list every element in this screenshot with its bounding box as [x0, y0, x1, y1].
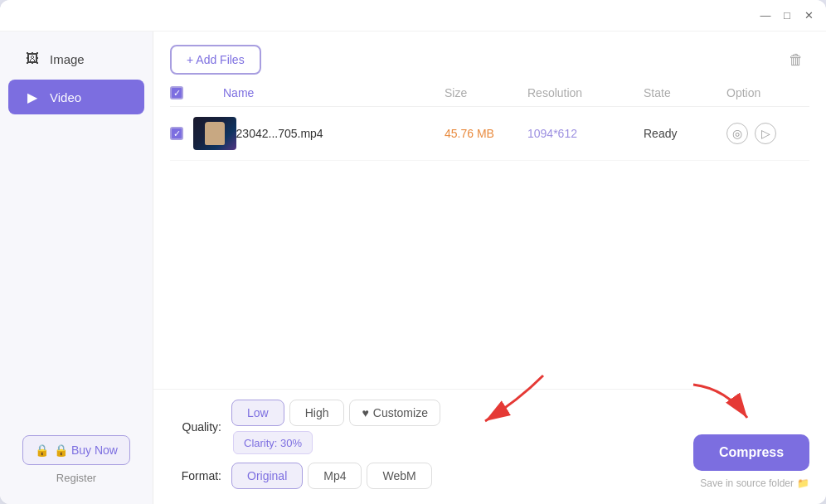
- add-files-button[interactable]: + Add Files: [170, 45, 261, 75]
- sidebar-bottom: 🔒 🔒 Buy Now Register: [0, 427, 153, 496]
- save-folder-label: Save in source folder: [700, 477, 794, 489]
- thumb-face: [205, 122, 225, 145]
- folder-icon: 📁: [797, 477, 809, 489]
- sidebar-item-video-label: Video: [50, 90, 81, 104]
- image-icon: 🖼: [23, 50, 41, 68]
- file-table: ✓ Name Size Resolution State Option ✓: [153, 83, 826, 382]
- header-size: Size: [445, 86, 527, 99]
- main-content: + Add Files 🗑 ✓ Name Size Resolution: [153, 32, 826, 504]
- file-state: Ready: [644, 127, 726, 140]
- quality-high-button[interactable]: High: [289, 400, 345, 426]
- circle-dot-icon: ◎: [732, 127, 742, 140]
- save-folder-text: Save in source folder 📁: [700, 477, 809, 489]
- quality-customize-button[interactable]: ♥ Customize: [349, 400, 440, 426]
- heart-icon: ♥: [362, 406, 368, 419]
- compress-section: Compress Save in source folder 📁: [693, 426, 826, 504]
- table-header: ✓ Name Size Resolution State Option: [170, 83, 809, 107]
- settings-option-button[interactable]: ◎: [726, 123, 748, 144]
- format-row: Format: Original Mp4 WebM: [170, 463, 677, 489]
- sidebar: 🖼 Image ▶ Video 🔒 🔒 Buy Now Register: [0, 32, 153, 504]
- customize-label: Customize: [373, 406, 428, 419]
- quality-row: Quality: Low High ♥ Customize: [170, 400, 677, 454]
- play-option-button[interactable]: ▷: [755, 123, 776, 144]
- sidebar-item-video[interactable]: ▶ Video: [8, 80, 144, 114]
- header-checkbox-col: ✓: [170, 86, 193, 99]
- format-label: Format:: [170, 469, 221, 482]
- app-body: 🖼 Image ▶ Video 🔒 🔒 Buy Now Register + A…: [0, 32, 826, 504]
- buy-now-label: 🔒 Buy Now: [54, 443, 118, 457]
- minimize-button[interactable]: —: [758, 8, 773, 23]
- header-resolution: Resolution: [527, 86, 644, 99]
- thumb-inner: [193, 117, 236, 150]
- file-name: 2023042...705.mp4: [223, 127, 445, 140]
- header-name: Name: [223, 86, 445, 99]
- trash-icon: 🗑: [789, 51, 804, 69]
- file-thumbnail: [193, 117, 236, 150]
- header-option: Option: [726, 86, 809, 99]
- clarity-tag: Clarity: 30%: [233, 431, 313, 454]
- sidebar-item-image[interactable]: 🖼 Image: [8, 41, 144, 76]
- toolbar: + Add Files 🗑: [153, 32, 826, 83]
- format-webm-button[interactable]: WebM: [367, 463, 431, 489]
- header-checkbox[interactable]: ✓: [170, 86, 183, 99]
- header-state: State: [644, 86, 726, 99]
- close-button[interactable]: ✕: [801, 8, 816, 23]
- maximize-button[interactable]: □: [780, 8, 794, 23]
- quality-buttons: Low High ♥ Customize: [231, 400, 440, 426]
- buy-now-button[interactable]: 🔒 🔒 Buy Now: [22, 435, 130, 465]
- file-size: 45.76 MB: [445, 127, 527, 140]
- bottom-panel: Quality: Low High ♥ Customize: [153, 389, 693, 504]
- table-row: ✓ 2023042...705.mp4 45.76 MB 1094*612 Re…: [170, 107, 809, 161]
- format-original-button[interactable]: Original: [231, 463, 303, 489]
- sidebar-item-image-label: Image: [50, 52, 85, 66]
- compress-button[interactable]: Compress: [693, 434, 809, 471]
- quality-label: Quality:: [170, 420, 221, 434]
- quality-low-button[interactable]: Low: [231, 400, 284, 426]
- file-resolution: 1094*612: [527, 127, 644, 140]
- format-arrow: [469, 367, 568, 434]
- format-mp4-button[interactable]: Mp4: [308, 463, 362, 489]
- row-checkbox-col: ✓: [170, 127, 193, 140]
- titlebar: — □ ✕: [0, 0, 826, 32]
- row-checkbox[interactable]: ✓: [170, 127, 183, 140]
- register-link[interactable]: Register: [56, 472, 96, 484]
- delete-button[interactable]: 🗑: [783, 46, 809, 73]
- play-icon: ▷: [761, 127, 770, 140]
- app-window: — □ ✕ 🖼 Image ▶ Video 🔒 🔒 Buy Now Regist…: [0, 0, 826, 504]
- video-icon: ▶: [23, 88, 41, 106]
- format-buttons: Original Mp4 WebM: [231, 463, 432, 489]
- row-thumb-col: [193, 117, 223, 150]
- file-options: ◎ ▷: [726, 123, 809, 144]
- arrow-indicator: [685, 376, 760, 426]
- quality-options: Low High ♥ Customize Clarity: 30%: [231, 400, 440, 454]
- lock-icon: 🔒: [35, 443, 49, 457]
